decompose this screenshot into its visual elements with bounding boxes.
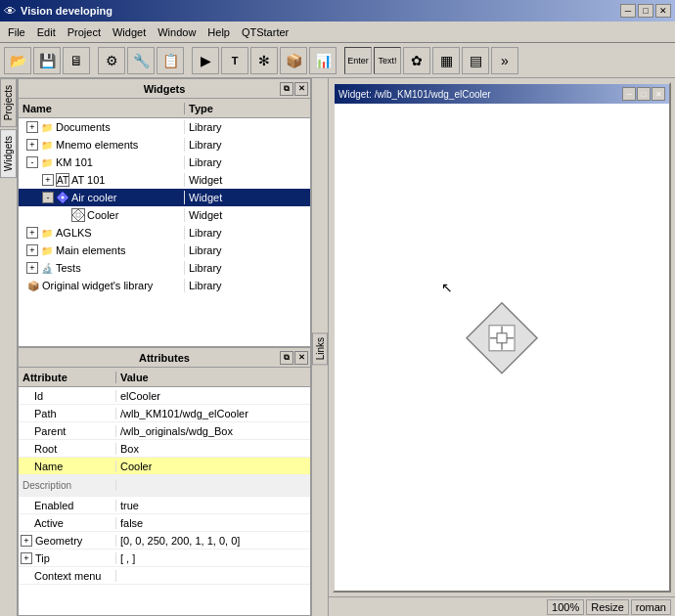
tb-save[interactable]: 💾 xyxy=(33,47,61,74)
tb-display[interactable]: 🖥 xyxy=(63,47,90,74)
attr-name-root: Root xyxy=(19,443,116,455)
svg-rect-3 xyxy=(76,213,80,217)
tree-row-mainelements[interactable]: + 📁 Main elements Library xyxy=(19,242,310,259)
docs-label: Documents xyxy=(56,121,111,133)
widget-max-btn[interactable]: □ xyxy=(637,87,651,101)
tb-box[interactable]: 📦 xyxy=(280,47,307,74)
attr-row-active[interactable]: Active false xyxy=(19,514,310,532)
tb-more[interactable]: » xyxy=(491,47,518,74)
expander-tests[interactable]: + xyxy=(26,262,38,274)
tree-row-documents[interactable]: + 📁 Documents Library xyxy=(19,118,310,136)
expander-documents[interactable]: + xyxy=(26,121,38,133)
tree-cell-cooler-type: Widget xyxy=(185,209,222,221)
attr-val-path: /wlb_KM101/wdg_elCooler xyxy=(116,408,248,419)
attr-row-enabled[interactable]: Enabled true xyxy=(19,497,310,514)
tree-cell-at101-name: + AT AT 101 xyxy=(19,173,185,187)
tree-row-origlib[interactable]: 📦 Original widget's library Library xyxy=(19,277,310,294)
attr-panel-header: Attributes ⧉ ✕ xyxy=(19,348,310,368)
attr-row-id[interactable]: Id elCooler xyxy=(19,387,310,405)
menu-window[interactable]: Window xyxy=(152,24,202,40)
expander-mainelements[interactable]: + xyxy=(26,244,38,256)
tests-icon: 🔬 xyxy=(40,261,54,275)
tb-open[interactable]: 📂 xyxy=(4,47,31,74)
expander-km101[interactable]: - xyxy=(26,156,38,168)
km101-icon: 📁 xyxy=(40,155,54,169)
tb-text2[interactable]: Text! xyxy=(374,47,401,74)
links-tab-area: Links xyxy=(311,78,329,616)
expander-aircooler[interactable]: - xyxy=(42,192,54,203)
cooler-graphic: ↖ xyxy=(463,299,541,379)
tree-row-km101[interactable]: - 📁 KM 101 Library xyxy=(19,154,310,171)
tree-cell-aglks-name: + 📁 AGLKS xyxy=(19,226,185,240)
tree-col-type: Type xyxy=(185,103,213,114)
docs-icon: 📁 xyxy=(40,120,54,134)
aircooler-label: Air cooler xyxy=(71,192,116,203)
menu-widget[interactable]: Widget xyxy=(107,24,152,40)
attr-row-name[interactable]: Name Cooler xyxy=(19,458,310,475)
tb-symbol[interactable]: ✻ xyxy=(250,47,278,74)
tree-row-tests[interactable]: + 🔬 Tests Library xyxy=(19,259,310,277)
app-icon: 👁 xyxy=(4,4,17,19)
tree-cell-cooler-name: Cooler xyxy=(19,208,185,222)
menu-help[interactable]: Help xyxy=(202,24,236,40)
attr-row-parent[interactable]: Parent /wlb_originals/wdg_Box xyxy=(19,422,310,440)
attr-row-path[interactable]: Path /wlb_KM101/wdg_elCooler xyxy=(19,405,310,422)
widget-panel-float[interactable]: ⧉ xyxy=(280,82,293,96)
tree-row-aglks[interactable]: + 📁 AGLKS Library xyxy=(19,224,310,242)
tb-run[interactable]: ▶ xyxy=(192,47,219,74)
tip-label: Tip xyxy=(35,552,50,564)
attr-panel-close[interactable]: ✕ xyxy=(294,351,308,365)
cooler-icon xyxy=(71,208,85,222)
attr-panel-float[interactable]: ⧉ xyxy=(280,351,293,365)
tree-row-at101[interactable]: + AT AT 101 Widget xyxy=(19,171,310,189)
menu-file[interactable]: File xyxy=(2,24,31,40)
svg-rect-1 xyxy=(61,196,65,199)
widget-window-title-text: Widget: /wlb_KM101/wdg_elCooler xyxy=(338,89,491,100)
widget-close-btn[interactable]: ✕ xyxy=(652,87,665,101)
tb-copy[interactable]: 📋 xyxy=(157,47,184,74)
attr-row-root[interactable]: Root Box xyxy=(19,440,310,458)
maximize-button[interactable]: □ xyxy=(638,4,653,18)
expander-mnemo[interactable]: + xyxy=(26,139,38,151)
menu-bar: File Edit Project Widget Window Help QTS… xyxy=(0,22,675,43)
attr-row-geometry[interactable]: + Geometry [0, 0, 250, 200, 1, 1, 0, 0] xyxy=(19,532,310,550)
widget-panel-close[interactable]: ✕ xyxy=(294,82,308,96)
tree-cell-aircooler-type: Widget xyxy=(185,192,222,203)
tb-text[interactable]: T xyxy=(221,47,248,74)
close-button[interactable]: ✕ xyxy=(655,4,671,18)
tb-settings[interactable]: ⚙ xyxy=(98,47,125,74)
attr-row-tip[interactable]: + Tip [ , ] xyxy=(19,550,310,567)
tb-enter[interactable]: Enter xyxy=(344,47,372,74)
expander-tip[interactable]: + xyxy=(21,552,32,564)
widget-body: ↖ xyxy=(335,104,669,591)
expander-at101[interactable]: + xyxy=(42,174,54,186)
widget-min-btn[interactable]: ─ xyxy=(622,87,636,101)
tab-widgets[interactable]: Widgets xyxy=(0,129,17,178)
tb-chart[interactable]: 📊 xyxy=(309,47,337,74)
tb-table[interactable]: ▤ xyxy=(462,47,489,74)
menu-qtstarter[interactable]: QTStarter xyxy=(236,24,294,40)
side-tabs: Projects Widgets xyxy=(0,78,18,616)
attr-name-geometry: + Geometry xyxy=(19,535,116,547)
attr-row-contextmenu[interactable]: Context menu xyxy=(19,567,310,585)
left-side: Projects Widgets Widgets ⧉ ✕ Name Type xyxy=(0,78,329,616)
tree-row-aircooler[interactable]: - Air cooler xyxy=(19,189,310,206)
tab-projects[interactable]: Projects xyxy=(0,78,17,127)
minimize-button[interactable]: ─ xyxy=(620,4,636,18)
tab-links[interactable]: Links xyxy=(312,332,328,365)
widget-panel: Widgets ⧉ ✕ Name Type xyxy=(18,78,311,347)
attr-body: Id elCooler Path /wlb_KM101/wdg_elCooler… xyxy=(19,387,310,615)
spacer-top xyxy=(312,78,328,329)
tree-row-cooler[interactable]: Cooler Widget xyxy=(19,206,310,224)
tb-flower[interactable]: ✿ xyxy=(403,47,430,74)
expander-aglks[interactable]: + xyxy=(26,227,38,239)
expander-geometry[interactable]: + xyxy=(21,535,32,547)
menu-edit[interactable]: Edit xyxy=(31,24,62,40)
tree-row-mnemo[interactable]: + 📁 Mnemo elements Library xyxy=(19,136,310,154)
menu-project[interactable]: Project xyxy=(62,24,107,40)
status-mode: Resize xyxy=(586,599,629,615)
tb-tools[interactable]: 🔧 xyxy=(127,47,155,74)
status-bar: 100% Resize roman xyxy=(329,596,675,616)
mainelements-icon: 📁 xyxy=(40,243,54,257)
tb-grid[interactable]: ▦ xyxy=(432,47,460,74)
